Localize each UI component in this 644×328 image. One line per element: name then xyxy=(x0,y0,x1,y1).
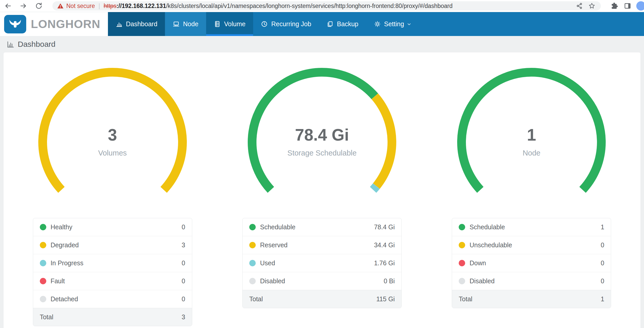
legend-value: 0 xyxy=(182,277,185,285)
legend-label: Detached xyxy=(51,295,182,303)
warning-icon xyxy=(57,3,64,9)
address-bar[interactable]: Not secure | https://192.168.122.131/k8s… xyxy=(52,1,601,11)
legend-dot xyxy=(40,242,46,248)
forward-icon[interactable] xyxy=(19,2,28,10)
dashboard-card: 3 Volumes Healthy0Degraded3In Progress0F… xyxy=(4,52,640,328)
legend-dot xyxy=(249,278,256,284)
legend-label: Degraded xyxy=(51,241,182,249)
legend-dot xyxy=(40,224,46,230)
gauge-segment-degraded xyxy=(43,72,182,190)
legend-dot xyxy=(459,224,465,230)
legend-value: 0 Bi xyxy=(384,277,395,285)
legend-row-schedulable: Schedulable1 xyxy=(452,218,611,236)
legend-label: Schedulable xyxy=(470,223,601,231)
not-secure-label: Not secure xyxy=(66,3,95,10)
legend-value: 34.4 Gi xyxy=(374,241,395,249)
legend-value: 0 xyxy=(601,277,604,285)
legend-dot xyxy=(459,242,465,248)
legend-dot xyxy=(249,224,256,230)
tab-label: Backup xyxy=(337,20,358,28)
legend-total-label: Total xyxy=(249,295,376,303)
legend-row-fault: Fault0 xyxy=(33,272,192,290)
legend-label: Unschedulable xyxy=(470,241,601,249)
longhorn-brand[interactable]: LONGHORN xyxy=(0,12,108,36)
reload-icon[interactable] xyxy=(34,2,43,10)
legend-total-value: 3 xyxy=(182,313,185,321)
side-panel-icon[interactable] xyxy=(623,1,632,11)
extensions-icon[interactable] xyxy=(610,1,619,11)
longhorn-logo-icon xyxy=(4,15,26,33)
tab-label: Recurring Job xyxy=(271,20,311,28)
tab-volume[interactable]: Volume xyxy=(206,12,253,36)
legend-dot xyxy=(459,278,465,284)
legend-total-value: 1 xyxy=(601,295,604,303)
avatar-icon[interactable] xyxy=(636,1,644,11)
browser-toolbar: Not secure | https://192.168.122.131/k8s… xyxy=(0,0,644,12)
legend-row-reserved: Reserved34.4 Gi xyxy=(243,236,401,254)
legend-row-in-progress: In Progress0 xyxy=(33,254,192,272)
gauge-panel: 3 Volumes Healthy0Degraded3In Progress0F… xyxy=(8,66,217,326)
legend-row-healthy: Healthy0 xyxy=(33,218,192,236)
tab-label: Setting xyxy=(384,20,404,28)
legend-row-used: Used1.76 Gi xyxy=(243,254,401,272)
legend-dot xyxy=(249,242,256,248)
legend-row-schedulable: Schedulable78.4 Gi xyxy=(243,218,401,236)
legend-label: Reserved xyxy=(260,241,374,249)
legend-row-degraded: Degraded3 xyxy=(33,236,192,254)
url-scheme: https xyxy=(104,3,116,9)
gear-icon xyxy=(374,21,381,28)
tab-backup[interactable]: Backup xyxy=(319,12,366,36)
node-icon xyxy=(173,21,180,28)
legend-value: 0 xyxy=(182,223,185,231)
legend-total-label: Total xyxy=(40,313,182,321)
tab-label: Volume xyxy=(224,20,245,28)
legend-value: 0 xyxy=(182,295,185,303)
legend-dot xyxy=(249,260,256,266)
bar-chart-icon xyxy=(116,21,123,28)
legend-row-disabled: Disabled0 xyxy=(452,272,611,290)
gauge-segment-used xyxy=(373,186,376,190)
gauge-panel: 78.4 Gi Storage Schedulable Schedulable7… xyxy=(217,66,427,326)
gauge-segment-schedulable xyxy=(462,72,601,190)
gauge-chart: 78.4 Gi Storage Schedulable xyxy=(246,66,398,218)
legend-label: Used xyxy=(260,259,374,267)
legend-total-row: Total 115 Gi xyxy=(243,290,401,308)
legend-row-unschedulable: Unschedulable0 xyxy=(452,236,611,254)
back-icon[interactable] xyxy=(4,2,12,10)
gauge-panel: 1 Node Schedulable1Unschedulable0Down0Di… xyxy=(427,66,636,326)
tab-label: Dashboard xyxy=(126,20,157,28)
legend-row-detached: Detached0 xyxy=(33,290,192,308)
star-icon[interactable] xyxy=(587,2,596,10)
legend-table: Schedulable1Unschedulable0Down0Disabled0… xyxy=(452,218,611,308)
legend-total-row: Total 3 xyxy=(33,308,192,326)
legend-label: Healthy xyxy=(51,223,182,231)
legend-total-row: Total 1 xyxy=(452,290,611,308)
legend-value: 0 xyxy=(601,241,604,249)
legend-table: Schedulable78.4 GiReserved34.4 GiUsed1.7… xyxy=(242,218,402,308)
url-path: /k8s/clusters/local/api/v1/namespaces/lo… xyxy=(166,3,453,9)
tab-node[interactable]: Node xyxy=(165,12,206,36)
clock-icon xyxy=(261,21,268,28)
gauge-segment-schedulable xyxy=(252,72,375,190)
url-text: https://192.168.122.131/k8s/clusters/loc… xyxy=(104,3,453,10)
tab-recurring-job[interactable]: Recurring Job xyxy=(253,12,319,36)
legend-label: In Progress xyxy=(51,259,182,267)
legend-value: 3 xyxy=(182,241,185,249)
legend-total-label: Total xyxy=(459,295,601,303)
gauge-segment-reserved xyxy=(375,96,392,186)
backup-icon xyxy=(327,21,334,28)
legend-row-down: Down0 xyxy=(452,254,611,272)
share-icon[interactable] xyxy=(575,2,584,10)
legend-table: Healthy0Degraded3In Progress0Fault0Detac… xyxy=(33,218,192,326)
nav-tabs: DashboardNodeVolumeRecurring JobBackupSe… xyxy=(108,12,420,36)
page-title: Dashboard xyxy=(18,40,56,49)
legend-label: Down xyxy=(470,259,601,267)
page-header: Dashboard xyxy=(0,36,644,52)
bar-chart-icon xyxy=(7,40,14,48)
gauge-chart: 1 Node xyxy=(456,66,607,218)
url-host: ://192.168.122.131 xyxy=(116,3,166,9)
tab-setting[interactable]: Setting xyxy=(366,12,420,36)
legend-value: 78.4 Gi xyxy=(374,223,395,231)
volume-icon xyxy=(214,21,221,28)
tab-dashboard[interactable]: Dashboard xyxy=(108,12,165,36)
